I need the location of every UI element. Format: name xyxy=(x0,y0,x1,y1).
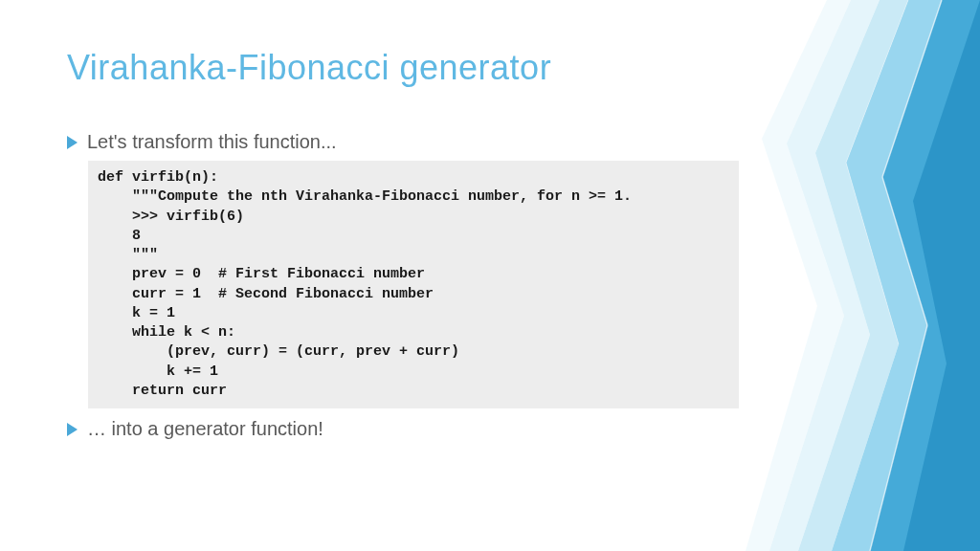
code-content: def virfib(n): """Compute the nth Viraha… xyxy=(98,168,729,401)
slide-title: Virahanka-Fibonacci generator xyxy=(67,48,913,88)
triangle-bullet-icon xyxy=(67,423,78,436)
bullet-text-1: Let's transform this function... xyxy=(87,131,337,153)
bullet-item-2: … into a generator function! xyxy=(67,418,913,440)
code-block: def virfib(n): """Compute the nth Viraha… xyxy=(88,161,739,408)
triangle-bullet-icon xyxy=(67,136,78,149)
slide-content: Virahanka-Fibonacci generator Let's tran… xyxy=(0,0,980,486)
bullet-text-2: … into a generator function! xyxy=(87,418,323,440)
bullet-item-1: Let's transform this function... xyxy=(67,131,913,153)
